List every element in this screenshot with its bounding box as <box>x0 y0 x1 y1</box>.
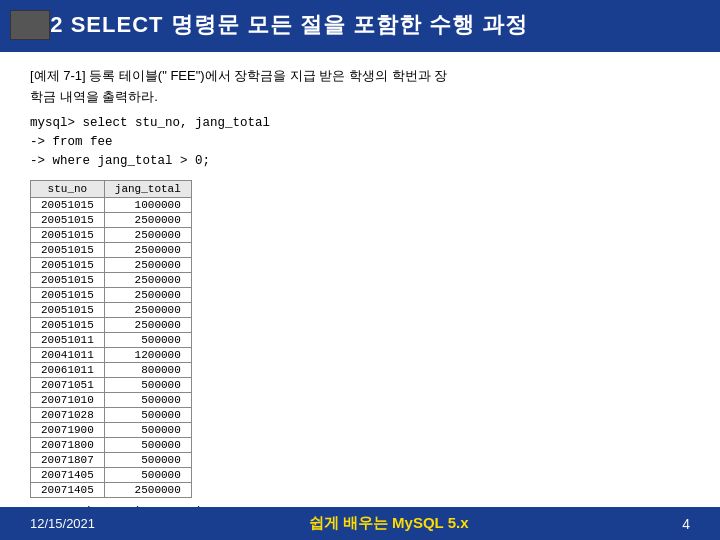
table-row: 20071900500000 <box>31 422 192 437</box>
footer-page: 4 <box>682 516 690 532</box>
cell-jang_total: 2500000 <box>104 212 191 227</box>
description: [예제 7-1] 등록 테이블(" FEE")에서 장학금을 지급 받은 학생의… <box>30 66 690 108</box>
slide-title: 7.2 SELECT 명령문 모든 절을 포함한 수행 과정 <box>30 10 528 40</box>
desc-line1: [예제 7-1] 등록 테이블(" FEE")에서 장학금을 지급 받은 학생의… <box>30 68 447 83</box>
table-row: 20071405500000 <box>31 467 192 482</box>
cell-jang_total: 500000 <box>104 332 191 347</box>
cell-jang_total: 2500000 <box>104 257 191 272</box>
cell-jang_total: 1000000 <box>104 197 191 212</box>
cell-stu_no: 20071405 <box>31 482 105 497</box>
desc-line2: 학금 내역을 출력하라. <box>30 89 158 104</box>
cell-stu_no: 20051015 <box>31 227 105 242</box>
cell-jang_total: 2500000 <box>104 482 191 497</box>
cell-stu_no: 20051015 <box>31 212 105 227</box>
table-row: 200510152500000 <box>31 302 192 317</box>
header: 7.2 SELECT 명령문 모든 절을 포함한 수행 과정 <box>0 0 720 52</box>
cell-stu_no: 20071405 <box>31 467 105 482</box>
footer: 12/15/2021 쉽게 배우는 MySQL 5.x 4 <box>0 507 720 540</box>
cell-stu_no: 20051015 <box>31 197 105 212</box>
cell-jang_total: 2500000 <box>104 272 191 287</box>
table-row: 200510152500000 <box>31 317 192 332</box>
cell-jang_total: 2500000 <box>104 287 191 302</box>
cell-stu_no: 20051011 <box>31 332 105 347</box>
table-row: 20071051500000 <box>31 377 192 392</box>
table-row: 200510152500000 <box>31 287 192 302</box>
content-area: [예제 7-1] 등록 테이블(" FEE")에서 장학금을 지급 받은 학생의… <box>0 52 720 527</box>
cell-stu_no: 20051015 <box>31 302 105 317</box>
table-row: 200510152500000 <box>31 272 192 287</box>
cell-jang_total: 500000 <box>104 392 191 407</box>
code-block: mysql> select stu_no, jang_total -> from… <box>30 114 690 172</box>
cell-jang_total: 500000 <box>104 437 191 452</box>
cell-stu_no: 20071028 <box>31 407 105 422</box>
footer-date: 12/15/2021 <box>30 516 95 531</box>
table-row: 200510152500000 <box>31 257 192 272</box>
cell-stu_no: 20041011 <box>31 347 105 362</box>
cell-jang_total: 2500000 <box>104 227 191 242</box>
cell-stu_no: 20061011 <box>31 362 105 377</box>
table-row: 20051011500000 <box>31 332 192 347</box>
footer-title: 쉽게 배우는 MySQL 5.x <box>309 514 469 533</box>
cell-jang_total: 500000 <box>104 467 191 482</box>
thumbnail <box>10 10 50 40</box>
cell-jang_total: 500000 <box>104 407 191 422</box>
col-header-jang_total: jang_total <box>104 180 191 197</box>
cell-jang_total: 500000 <box>104 377 191 392</box>
cell-jang_total: 500000 <box>104 422 191 437</box>
cell-jang_total: 2500000 <box>104 317 191 332</box>
table-row: 20071028500000 <box>31 407 192 422</box>
cell-stu_no: 20051015 <box>31 317 105 332</box>
cell-jang_total: 1200000 <box>104 347 191 362</box>
cell-stu_no: 20051015 <box>31 257 105 272</box>
table-row: 200510151000000 <box>31 197 192 212</box>
cell-stu_no: 20071800 <box>31 437 105 452</box>
code-line3: -> where jang_total > 0; <box>30 154 210 168</box>
code-line1: mysql> select stu_no, jang_total <box>30 116 270 130</box>
table-row: 20071010500000 <box>31 392 192 407</box>
col-header-stu_no: stu_no <box>31 180 105 197</box>
table-row: 200714052500000 <box>31 482 192 497</box>
cell-stu_no: 20051015 <box>31 287 105 302</box>
table-row: 200410111200000 <box>31 347 192 362</box>
table-row: 20071807500000 <box>31 452 192 467</box>
cell-stu_no: 20071807 <box>31 452 105 467</box>
table-row: 20061011800000 <box>31 362 192 377</box>
code-line2: -> from fee <box>30 135 113 149</box>
cell-stu_no: 20071051 <box>31 377 105 392</box>
cell-stu_no: 20071010 <box>31 392 105 407</box>
table-row: 200510152500000 <box>31 227 192 242</box>
cell-stu_no: 20051015 <box>31 242 105 257</box>
result-table: stu_no jang_total 2005101510000002005101… <box>30 180 192 498</box>
cell-stu_no: 20051015 <box>31 272 105 287</box>
cell-stu_no: 20071900 <box>31 422 105 437</box>
cell-jang_total: 800000 <box>104 362 191 377</box>
table-row: 200510152500000 <box>31 242 192 257</box>
cell-jang_total: 500000 <box>104 452 191 467</box>
table-row: 200510152500000 <box>31 212 192 227</box>
cell-jang_total: 2500000 <box>104 302 191 317</box>
slide: 7.2 SELECT 명령문 모든 절을 포함한 수행 과정 [예제 7-1] … <box>0 0 720 540</box>
table-row: 20071800500000 <box>31 437 192 452</box>
cell-jang_total: 2500000 <box>104 242 191 257</box>
